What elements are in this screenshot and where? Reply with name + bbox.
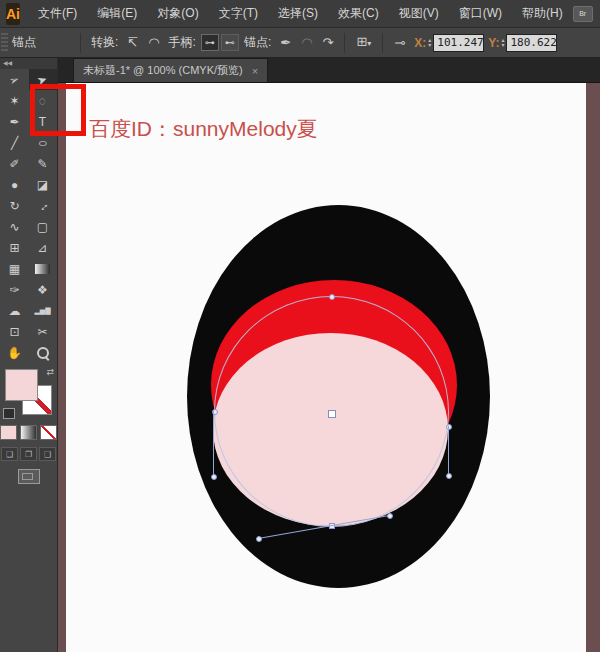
hand-tool[interactable]: ✋ [1,342,29,363]
separator [382,33,383,53]
scale-tool[interactable]: ↔ [29,195,57,216]
handle-end-bottom-left[interactable] [256,536,262,542]
artboard[interactable]: 百度ID：sunnyMelody夏 [66,83,586,652]
blend-tool[interactable]: ❖ [29,279,57,300]
separator [344,33,345,53]
menu-object[interactable]: 对象(O) [147,0,208,27]
menu-help[interactable]: 帮助(H) [512,0,573,27]
eraser-tool[interactable]: ◪ [29,174,57,195]
bridge-icon[interactable]: Br [573,6,593,22]
column-graph-tool[interactable]: ▂▅▇ [29,300,57,321]
artboard-tool[interactable]: ⊡ [1,321,29,342]
mesh-tool[interactable]: ▦ [1,258,29,279]
draw-normal-button[interactable]: ❏ [1,447,18,461]
transform-grid-icon[interactable]: ⊞▾ [351,32,376,54]
paintbrush-tool[interactable]: ✐ [1,153,29,174]
menu-window[interactable]: 窗口(W) [449,0,512,27]
convert-corner-icon[interactable]: ↸ [122,33,143,53]
cut-path-icon[interactable]: ↷ [318,33,339,53]
swap-fill-stroke-icon[interactable]: ⇄ [46,367,54,377]
menu-type[interactable]: 文字(T) [209,0,268,27]
x-coordinate-label: X: [414,36,426,50]
magic-wand-tool[interactable]: ✶ [1,90,29,111]
eyedropper-tool[interactable]: ✑ [1,279,29,300]
zoom-tool-icon [37,347,49,359]
free-transform-tool[interactable]: ▢ [29,216,57,237]
bezier-handle-left [213,411,214,476]
selection-center-point[interactable] [328,410,336,418]
menu-select[interactable]: 选择(S) [268,0,328,27]
perspective-grid-tool[interactable]: ⊿ [29,237,57,258]
x-coordinate-input[interactable]: 101.247 [433,34,484,52]
handles-label: 手柄: [169,34,196,51]
y-coordinate-label: Y: [488,36,499,50]
document-area: 未标题-1* @ 100% (CMYK/预览) × 百度ID：sunnyMelo… [58,58,600,652]
menu-edit[interactable]: 编辑(E) [87,0,147,27]
connect-path-icon[interactable]: ◠ [296,33,317,53]
document-tab-title: 未标题-1* @ 100% (CMYK/预览) [83,63,243,78]
tutorial-highlight-box [30,84,86,136]
convert-smooth-icon[interactable]: ◠ [143,33,164,53]
bezier-handle-right [448,426,449,475]
control-options-bar: 锚点 转换: ↸ ◠ 手柄: ⊶ ⊷ 锚点: ✒ ◠ ↷ ⊞▾ ⊸ X: ▴▾ … [0,28,600,58]
tools-panel: ◀◀ ➢ ➤ ✶ ◌ ✒ T ╱ ○ ✐ ✎ ● ◪ ↻ ↔ ∿ ▢ ⊞ ⊿ ▦… [0,58,58,652]
panel-grip[interactable] [1,33,8,53]
draw-inside-button[interactable]: ❑ [39,447,56,461]
selection-tool[interactable]: ➢ [1,69,29,90]
none-fill-button[interactable] [40,425,57,440]
handle-end-left[interactable] [211,474,217,480]
menu-file[interactable]: 文件(F) [28,0,87,27]
menu-bar: Ai 文件(F) 编辑(E) 对象(O) 文字(T) 选择(S) 效果(C) 视… [0,0,600,28]
menu-view[interactable]: 视图(V) [389,0,449,27]
anchor-point-top[interactable] [329,294,335,300]
draw-behind-button[interactable]: ❐ [20,447,37,461]
close-icon[interactable]: × [252,65,258,77]
color-fill-button[interactable] [0,425,17,440]
anchor-panel-label: 锚点 [12,34,36,51]
illustrator-logo: Ai [6,3,20,25]
blob-brush-tool[interactable]: ● [1,174,29,195]
y-stepper[interactable]: ▴▾ [501,38,504,48]
paint-style-buttons [0,425,57,440]
slice-tool[interactable]: ✂ [29,321,57,342]
anchor-label: 锚点: [244,34,271,51]
panel-collapse-button[interactable]: ◀◀ [0,58,57,69]
watermark-text: 百度ID：sunnyMelody夏 [89,115,318,143]
y-coordinate-input[interactable]: 180.622 [506,34,557,52]
line-tool[interactable]: ╱ [1,132,29,153]
gradient-tool[interactable] [29,258,57,279]
x-stepper[interactable]: ▴▾ [428,38,431,48]
symbol-sprayer-tool[interactable]: ☁ [1,300,29,321]
width-tool[interactable]: ∿ [1,216,29,237]
pencil-tool[interactable]: ✎ [29,153,57,174]
canvas-scroll-area[interactable]: 百度ID：sunnyMelody夏 [58,83,600,652]
convert-label: 转换: [91,34,118,51]
pen-tool[interactable]: ✒ [1,111,29,132]
show-handles-toggle[interactable]: ⊶ [201,34,219,51]
remove-anchor-pen-icon[interactable]: ✒ [275,33,296,53]
shape-builder-tool[interactable]: ⊞ [1,237,29,258]
default-fill-stroke-icon[interactable] [3,408,15,419]
zoom-tool[interactable] [29,342,57,363]
hide-handles-toggle[interactable]: ⊷ [221,34,239,51]
document-tab-bar: 未标题-1* @ 100% (CMYK/预览) × [58,58,600,83]
anchor-point-right[interactable] [446,424,452,430]
separator [80,33,81,53]
gradient-tool-icon [35,264,50,274]
rotate-tool[interactable]: ↻ [1,195,29,216]
menu-effect[interactable]: 效果(C) [328,0,389,27]
handle-end-right[interactable] [446,473,452,479]
document-tab[interactable]: 未标题-1* @ 100% (CMYK/预览) × [73,58,268,82]
anchor-node-icon: ⊸ [389,33,410,53]
gradient-fill-button[interactable] [20,425,37,440]
fill-stroke-swatches: ⇄ [0,367,57,419]
handle-end-bottom-right[interactable] [387,513,393,519]
drawing-mode-buttons: ❏ ❐ ❑ [0,447,57,461]
fill-swatch[interactable] [5,369,38,401]
screen-mode-button[interactable] [18,469,40,484]
